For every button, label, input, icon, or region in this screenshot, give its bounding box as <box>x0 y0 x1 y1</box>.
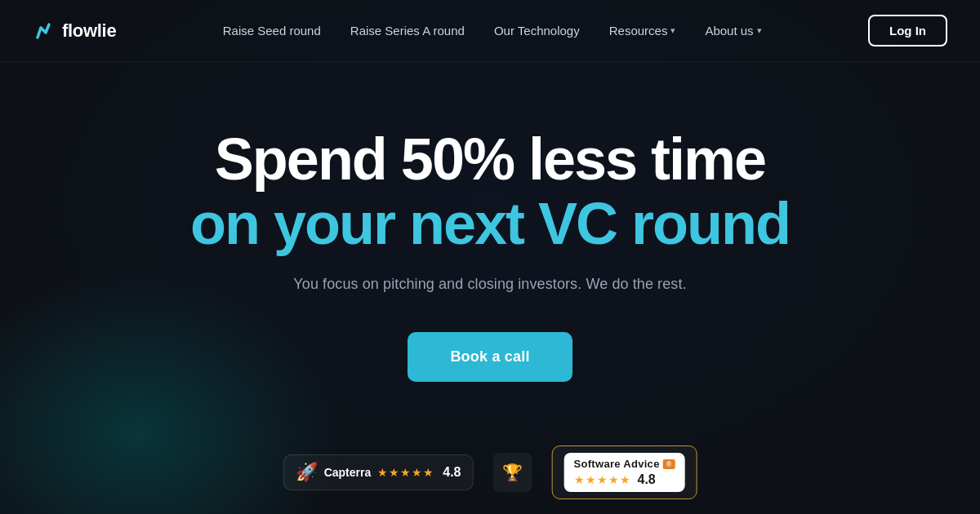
about-chevron-icon: ▾ <box>757 25 762 36</box>
nav-resources[interactable]: Resources ▾ <box>609 24 676 38</box>
capterra-stars: ★★★★★ <box>377 466 434 479</box>
book-call-button[interactable]: Book a call <box>408 332 572 382</box>
software-advice-inner: Software Advice ® ★★★★★ 4.8 <box>564 453 685 492</box>
main-nav: Raise Seed round Raise Series A round Ou… <box>223 24 762 38</box>
capterra-icon: 🚀 <box>296 462 318 483</box>
capterra-score: 4.8 <box>443 465 461 480</box>
software-advice-badge: Software Advice ® ★★★★★ 4.8 <box>552 445 697 499</box>
logo[interactable]: flowlie <box>33 20 116 42</box>
hero-headline: Spend 50% less time on your next VC roun… <box>190 127 790 256</box>
hero-section: Spend 50% less time on your next VC roun… <box>0 62 980 382</box>
hero-headline-cyan: on your next VC round <box>190 191 790 256</box>
hero-subtext: You focus on pitching and closing invest… <box>293 276 686 293</box>
logo-name: flowlie <box>62 20 116 42</box>
middle-badge: 🏆 <box>493 453 532 492</box>
header-right: Log In <box>868 15 947 47</box>
capterra-label: Capterra <box>324 466 372 479</box>
nav-raise-seed[interactable]: Raise Seed round <box>223 24 321 38</box>
middle-badge-icon: 🏆 <box>502 463 523 482</box>
software-advice-tag: ® <box>663 459 675 469</box>
nav-about-us[interactable]: About us ▾ <box>705 24 761 38</box>
ratings-badges: 🚀 Capterra ★★★★★ 4.8 🏆 Software Advice ®… <box>283 445 697 499</box>
software-advice-stars: ★★★★★ <box>574 473 631 486</box>
software-advice-label: Software Advice <box>574 458 660 470</box>
nav-our-technology[interactable]: Our Technology <box>494 24 580 38</box>
software-advice-score: 4.8 <box>638 472 656 487</box>
hero-headline-white: Spend 50% less time <box>215 126 765 192</box>
capterra-badge: 🚀 Capterra ★★★★★ 4.8 <box>283 454 474 490</box>
resources-chevron-icon: ▾ <box>670 25 675 36</box>
login-button[interactable]: Log In <box>868 15 947 47</box>
flowlie-logo-icon <box>33 20 56 42</box>
software-advice-top: Software Advice ® <box>574 458 675 470</box>
nav-raise-series-a[interactable]: Raise Series A round <box>350 24 465 38</box>
software-advice-bottom: ★★★★★ 4.8 <box>574 472 656 487</box>
